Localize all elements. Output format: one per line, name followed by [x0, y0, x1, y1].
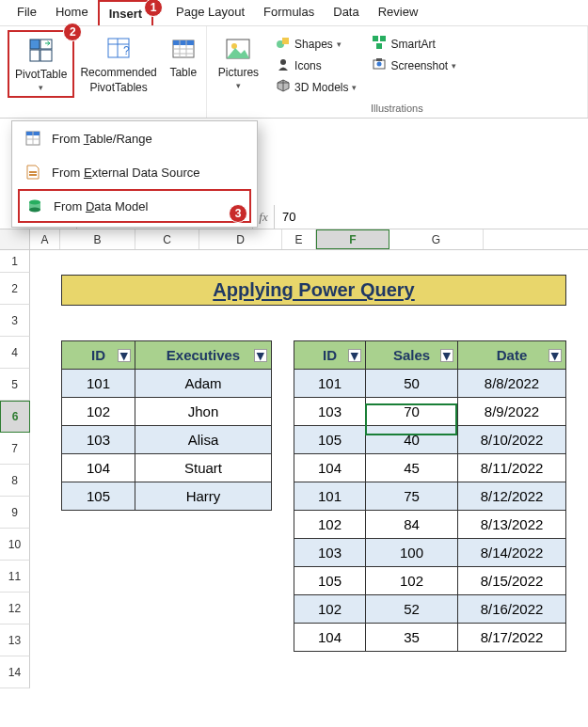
dd-from-data-model[interactable]: From Data Model: [18, 189, 251, 223]
row-header-1[interactable]: 1: [0, 250, 30, 273]
table-cell[interactable]: 105: [294, 567, 366, 595]
table-cell[interactable]: 50: [366, 370, 458, 398]
table-cell[interactable]: 8/12/2022: [458, 482, 566, 511]
pivottable-dropdown: From Table/Range From External Data Sour…: [11, 120, 258, 228]
pictures-button[interactable]: Pictures ▾: [213, 30, 264, 94]
table-cell[interactable]: Alisa: [135, 426, 272, 454]
table-cell[interactable]: 102: [366, 567, 458, 595]
filter-icon[interactable]: ▾: [118, 349, 131, 362]
table-cell[interactable]: 40: [366, 426, 458, 454]
dd-from-external[interactable]: From External Data Source: [12, 155, 257, 189]
table-cell[interactable]: 102: [62, 398, 135, 426]
table-cell[interactable]: 102: [294, 595, 366, 624]
pivottable-button[interactable]: PivotTable ▾ 2: [8, 30, 74, 98]
col-C[interactable]: C: [135, 229, 199, 249]
table-cell[interactable]: 101: [294, 482, 366, 511]
row-header-10[interactable]: 10: [0, 529, 30, 561]
col-B[interactable]: B: [60, 229, 135, 249]
3dmodels-label: 3D Models: [294, 81, 348, 94]
table-cell[interactable]: 105: [294, 426, 366, 454]
t2-h-id[interactable]: ID▾: [294, 341, 366, 370]
col-F[interactable]: F: [316, 229, 389, 249]
col-rest[interactable]: [484, 229, 588, 249]
table-cell[interactable]: 8/8/2022: [458, 370, 566, 398]
row-header-8[interactable]: 8: [0, 465, 30, 497]
row-header-13[interactable]: 13: [0, 624, 30, 656]
table-cell[interactable]: 105: [62, 482, 135, 511]
row-header-11[interactable]: 11: [0, 561, 30, 593]
filter-icon[interactable]: ▾: [254, 349, 267, 362]
table-cell[interactable]: 8/11/2022: [458, 454, 566, 482]
col-A[interactable]: A: [30, 229, 60, 249]
dd-from-table-range[interactable]: From Table/Range: [12, 121, 257, 155]
table-button[interactable]: Table: [163, 30, 204, 83]
table-cell[interactable]: 104: [294, 454, 366, 482]
table-cell[interactable]: 104: [294, 624, 366, 652]
table-cell[interactable]: 103: [294, 539, 366, 567]
menu-home[interactable]: Home: [46, 0, 98, 25]
row-header-6[interactable]: 6: [0, 401, 30, 433]
table-cell[interactable]: Stuart: [135, 454, 272, 482]
row-header-9[interactable]: 9: [0, 497, 30, 529]
svg-point-15: [231, 43, 237, 49]
col-E[interactable]: E: [282, 229, 316, 249]
table-cell[interactable]: 103: [294, 398, 366, 426]
table-cell[interactable]: 8/16/2022: [458, 595, 566, 624]
table-cell[interactable]: 35: [366, 624, 458, 652]
select-all-corner[interactable]: [0, 229, 30, 249]
menu-data[interactable]: Data: [324, 0, 368, 25]
t2-h-date[interactable]: Date▾: [458, 341, 566, 370]
filter-icon[interactable]: ▾: [440, 349, 453, 362]
smartart-button[interactable]: SmartArt: [368, 34, 460, 54]
table-cell[interactable]: 75: [366, 482, 458, 511]
3dmodels-icon: [276, 78, 291, 96]
table-cell[interactable]: 45: [366, 454, 458, 482]
menu-pagelayout[interactable]: Page Layout: [167, 0, 254, 25]
col-G[interactable]: G: [389, 229, 484, 249]
row-header-7[interactable]: 7: [0, 433, 30, 465]
row-header-14[interactable]: 14: [0, 656, 30, 688]
table-cell[interactable]: 8/10/2022: [458, 426, 566, 454]
table-cell[interactable]: 70: [366, 398, 458, 426]
table-cell[interactable]: 8/13/2022: [458, 511, 566, 539]
table-cell[interactable]: 8/15/2022: [458, 567, 566, 595]
3dmodels-button[interactable]: 3D Models ▾: [272, 77, 360, 97]
table-cell[interactable]: 101: [62, 370, 135, 398]
row-header-3[interactable]: 3: [0, 305, 30, 337]
table-cell[interactable]: 8/9/2022: [458, 398, 566, 426]
t1-h-exec[interactable]: Executives▾: [135, 341, 272, 370]
table-cell[interactable]: 102: [294, 511, 366, 539]
table-cell[interactable]: 52: [366, 595, 458, 624]
row-header-4[interactable]: 4: [0, 337, 30, 369]
menu-file[interactable]: File: [8, 0, 46, 25]
table-cell[interactable]: Adam: [135, 370, 272, 398]
table-cell[interactable]: 100: [366, 539, 458, 567]
table-cell[interactable]: 104: [62, 454, 135, 482]
t1-h-id[interactable]: ID▾: [62, 341, 135, 370]
filter-icon[interactable]: ▾: [348, 349, 361, 362]
recommended-pivottables-button[interactable]: ? Recommended PivotTables: [74, 30, 162, 98]
svg-rect-3: [40, 50, 52, 61]
row-header-5[interactable]: 5: [0, 369, 30, 401]
t2-h-sales[interactable]: Sales▾: [366, 341, 458, 370]
table-label: Table: [169, 66, 197, 79]
menu-formulas[interactable]: Formulas: [254, 0, 324, 25]
icons-button[interactable]: Icons: [272, 55, 360, 75]
menu-insert[interactable]: Insert 1: [98, 0, 153, 25]
table-cell[interactable]: Harry: [135, 482, 272, 511]
table-cell[interactable]: Jhon: [135, 398, 272, 426]
table-cell[interactable]: 103: [62, 426, 135, 454]
shapes-button[interactable]: Shapes ▾: [272, 34, 360, 54]
table-cell[interactable]: 8/14/2022: [458, 539, 566, 567]
dd-from-external-label: From External Data Source: [52, 166, 200, 180]
table-cell[interactable]: 8/17/2022: [458, 624, 566, 652]
menu-review[interactable]: Review: [369, 0, 428, 25]
filter-icon[interactable]: ▾: [548, 349, 562, 362]
row-header-12[interactable]: 12: [0, 593, 30, 624]
formula-bar[interactable]: 70: [275, 205, 588, 229]
col-D[interactable]: D: [199, 229, 282, 249]
screenshot-button[interactable]: Screenshot ▾: [368, 55, 460, 75]
table-cell[interactable]: 84: [366, 511, 458, 539]
row-header-2[interactable]: 2: [0, 273, 30, 305]
table-cell[interactable]: 101: [294, 370, 366, 398]
